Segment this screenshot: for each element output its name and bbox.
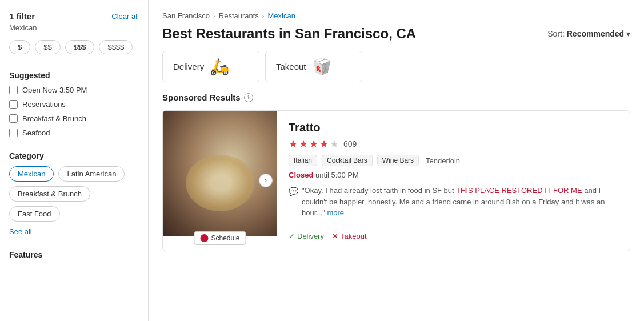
- pill-fast-food[interactable]: Fast Food: [9, 206, 60, 222]
- pill-latin-american[interactable]: Latin American: [58, 166, 125, 182]
- see-all-link[interactable]: See all: [9, 227, 139, 236]
- filter-open-now-label: Open Now 3:50 PM: [22, 86, 87, 94]
- filter-subtitle: Mexican: [9, 23, 139, 32]
- checkbox-reservations[interactable]: [9, 100, 18, 109]
- next-photo-arrow[interactable]: ›: [259, 174, 273, 187]
- x-icon: ✕: [332, 232, 338, 240]
- review-count: 609: [343, 139, 357, 149]
- snippet-highlight: THIS PLACE RESTORED IT FOR ME: [456, 186, 582, 195]
- divider-2: [9, 143, 139, 143]
- checkbox-open-now[interactable]: [9, 86, 18, 94]
- yelp-icon: [200, 234, 208, 242]
- filter-breakfast-brunch-label: Breakfast & Brunch: [22, 114, 86, 123]
- sort-dropdown[interactable]: Sort: Recommended ▾: [547, 29, 630, 38]
- tags-row: Italian Cocktail Bars Wine Bars Tenderlo…: [289, 155, 618, 166]
- status-hours: until 5:00 PM: [315, 171, 359, 179]
- sidebar: 1 filter Clear all Mexican $ $$ $$$ $$$$…: [0, 0, 149, 321]
- status-closed: Closed: [289, 171, 313, 179]
- takeout-card[interactable]: Takeout 🥡: [265, 51, 362, 82]
- schedule-label[interactable]: Schedule: [194, 231, 246, 245]
- stars-row: ★ ★ ★ ★ ★ 609: [289, 138, 618, 150]
- star-5: ★: [330, 138, 339, 150]
- takeout-label: Takeout: [276, 62, 306, 71]
- pill-mexican[interactable]: Mexican: [9, 166, 54, 182]
- comment-icon: 💬: [289, 186, 298, 198]
- divider-1: [9, 65, 139, 65]
- checkbox-seafood[interactable]: [9, 129, 18, 137]
- breadcrumb: San Francisco › Restaurants › Mexican: [162, 11, 630, 20]
- delivery-row: ✓ Delivery ✕ Takeout: [289, 226, 618, 240]
- result-image: [163, 111, 277, 236]
- filter-open-now[interactable]: Open Now 3:50 PM: [9, 86, 139, 94]
- suggested-title: Suggested: [9, 71, 139, 80]
- checkbox-breakfast-brunch[interactable]: [9, 114, 18, 123]
- category-section: Category Mexican Latin American Breakfas…: [9, 151, 139, 236]
- delivery-card[interactable]: Delivery 🛵: [162, 51, 259, 82]
- clear-all-link[interactable]: Clear all: [111, 12, 139, 21]
- result-info: Tratto ★ ★ ★ ★ ★ 609 Italian Cocktail Ba…: [277, 111, 630, 251]
- sort-label: Sort:: [547, 29, 565, 38]
- tag-wine-bars[interactable]: Wine Bars: [377, 155, 419, 166]
- star-rating: ★ ★ ★ ★ ★: [289, 138, 339, 150]
- result-card-tratto: Schedule › Tratto ★ ★ ★ ★ ★ 609: [162, 110, 630, 251]
- price-filter-row: $ $$ $$$ $$$$: [9, 40, 139, 54]
- price-btn-3[interactable]: $$$: [65, 40, 95, 54]
- sort-value: Recommended: [567, 29, 624, 38]
- more-link[interactable]: more: [327, 208, 344, 217]
- filter-reservations-label: Reservations: [22, 100, 66, 109]
- pill-breakfast-brunch[interactable]: Breakfast & Brunch: [9, 186, 90, 202]
- check-icon: ✓: [289, 232, 295, 240]
- service-cards: Delivery 🛵 Takeout 🥡: [162, 51, 630, 82]
- neighborhood: Tenderloin: [426, 157, 460, 165]
- breadcrumb-sep-1: ›: [213, 13, 215, 19]
- sponsored-title: Sponsored Results: [162, 93, 241, 102]
- page-title: Best Restaurants in San Francisco, CA: [162, 26, 416, 42]
- takeout-no: ✕ Takeout: [332, 232, 367, 240]
- tag-cocktail-bars[interactable]: Cocktail Bars: [322, 155, 373, 166]
- breadcrumb-sf[interactable]: San Francisco: [162, 11, 210, 20]
- main-content: San Francisco › Restaurants › Mexican Be…: [149, 0, 644, 321]
- delivery-label: Delivery: [297, 232, 324, 240]
- delivery-label: Delivery: [173, 62, 204, 71]
- schedule-text: Schedule: [211, 234, 239, 242]
- star-4: ★: [319, 138, 329, 150]
- filter-seafood-label: Seafood: [22, 129, 50, 137]
- result-name[interactable]: Tratto: [289, 121, 618, 134]
- takeout-label: Takeout: [341, 232, 367, 240]
- star-3: ★: [309, 138, 318, 150]
- filter-breakfast-brunch[interactable]: Breakfast & Brunch: [9, 114, 139, 123]
- filter-count: 1 filter: [9, 11, 35, 21]
- sort-chevron: ▾: [626, 29, 630, 38]
- category-title: Category: [9, 151, 139, 160]
- page-title-row: Best Restaurants in San Francisco, CA So…: [162, 26, 630, 42]
- price-btn-4[interactable]: $$$$: [99, 40, 133, 54]
- delivery-icon: 🛵: [210, 57, 230, 76]
- breadcrumb-mexican: Mexican: [268, 11, 295, 20]
- review-snippet: 💬 "Okay. I had already lost faith in foo…: [289, 185, 618, 219]
- filter-reservations[interactable]: Reservations: [9, 100, 139, 109]
- snippet-text: "Okay. I had already lost faith in food …: [302, 185, 618, 219]
- price-btn-1[interactable]: $: [9, 40, 30, 54]
- delivery-yes: ✓ Delivery: [289, 232, 324, 240]
- price-btn-2[interactable]: $$: [35, 40, 60, 54]
- star-1: ★: [289, 138, 298, 150]
- sponsored-info-icon[interactable]: ℹ: [244, 93, 253, 102]
- filter-seafood[interactable]: Seafood: [9, 129, 139, 137]
- divider-3: [9, 242, 139, 242]
- tag-italian[interactable]: Italian: [289, 155, 317, 166]
- takeout-icon: 🥡: [312, 57, 332, 76]
- star-2: ★: [299, 138, 308, 150]
- category-pills: Mexican Latin American Breakfast & Brunc…: [9, 166, 139, 222]
- features-title: Features: [9, 250, 139, 259]
- status-row: Closed until 5:00 PM: [289, 171, 618, 179]
- breadcrumb-restaurants[interactable]: Restaurants: [219, 11, 259, 20]
- sponsored-header: Sponsored Results ℹ: [162, 93, 630, 102]
- result-image-wrap: Schedule ›: [163, 111, 277, 251]
- breadcrumb-sep-2: ›: [262, 13, 265, 19]
